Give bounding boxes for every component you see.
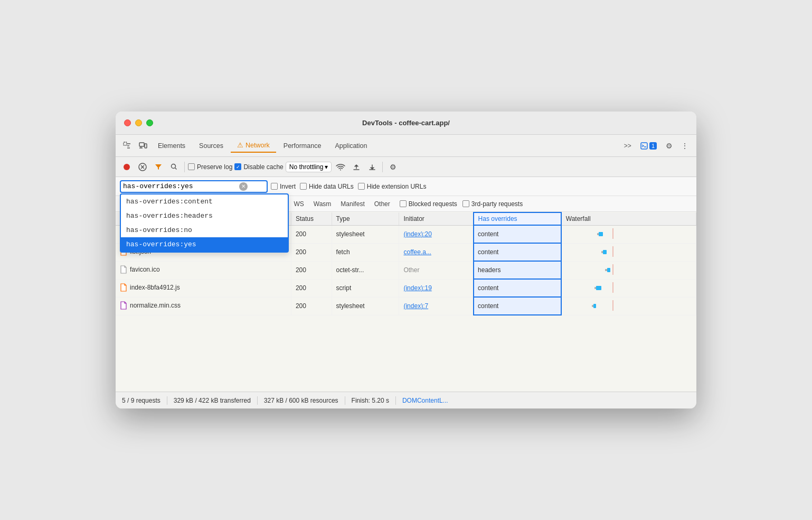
wifi-icon[interactable] bbox=[334, 160, 347, 174]
tab-application[interactable]: Application bbox=[328, 140, 373, 152]
inspect-icon[interactable] bbox=[120, 138, 135, 153]
chevron-down-icon: ▾ bbox=[325, 163, 328, 171]
dom-content-loaded[interactable]: DOMContentL... bbox=[402, 397, 448, 404]
network-settings-icon[interactable]: ⚙ bbox=[386, 160, 400, 174]
minimize-button[interactable] bbox=[135, 119, 142, 126]
cell-status: 200 bbox=[291, 297, 332, 315]
hide-ext-urls-label[interactable]: Hide extension URLs bbox=[358, 183, 427, 190]
cell-initiator: Other bbox=[399, 261, 474, 279]
device-icon[interactable] bbox=[136, 138, 150, 153]
search-icon[interactable] bbox=[167, 160, 181, 174]
cell-initiator: (index):7 bbox=[399, 297, 474, 315]
svg-rect-19 bbox=[596, 286, 601, 290]
tab-network[interactable]: ⚠ Network bbox=[231, 138, 276, 153]
cell-has-overrides: headers bbox=[474, 261, 561, 279]
hide-data-urls-checkbox[interactable] bbox=[300, 183, 307, 190]
filter-input-wrap: ✕ has-overrides:content has-overrides:he… bbox=[120, 180, 268, 193]
window-title: DevTools - coffee-cart.app/ bbox=[362, 119, 450, 127]
type-manifest[interactable]: Manifest bbox=[336, 199, 369, 209]
blocked-requests-section: Blocked requests bbox=[400, 200, 457, 208]
autocomplete-item-yes[interactable]: has-overrides:yes bbox=[121, 237, 288, 252]
download-icon[interactable] bbox=[365, 160, 379, 174]
disable-cache-label[interactable]: ✓ Disable cache bbox=[234, 163, 283, 171]
filter-bar: ✕ has-overrides:content has-overrides:he… bbox=[116, 177, 696, 196]
type-other[interactable]: Other bbox=[370, 199, 394, 209]
col-waterfall[interactable]: Waterfall bbox=[561, 212, 696, 225]
hide-ext-urls-checkbox[interactable] bbox=[358, 183, 365, 190]
autocomplete-item-no[interactable]: has-overrides:no bbox=[121, 223, 288, 237]
invert-checkbox[interactable] bbox=[271, 183, 278, 190]
filter-input-box[interactable]: ✕ bbox=[120, 180, 268, 193]
svg-rect-9 bbox=[597, 233, 599, 235]
cell-type: stylesheet bbox=[332, 225, 399, 243]
filter-icon[interactable] bbox=[152, 160, 165, 174]
svg-rect-15 bbox=[605, 269, 607, 271]
throttle-select[interactable]: No throttling ▾ bbox=[286, 162, 332, 172]
autocomplete-dropdown: has-overrides:content has-overrides:head… bbox=[120, 193, 289, 253]
table-row[interactable]: index-8bfa4912.js 200 script (index):19 … bbox=[116, 279, 696, 297]
cell-type: fetch bbox=[332, 243, 399, 261]
col-status[interactable]: Status bbox=[291, 212, 332, 225]
network-toolbar: Preserve log ✓ Disable cache No throttli… bbox=[116, 157, 696, 177]
cell-name: favicon.ico bbox=[116, 261, 291, 279]
clear-button[interactable] bbox=[136, 160, 149, 174]
cell-initiator: coffee.a... bbox=[399, 243, 474, 261]
upload-icon[interactable] bbox=[350, 160, 363, 174]
invert-label[interactable]: Invert bbox=[271, 183, 296, 190]
more-tabs-button[interactable]: >> bbox=[620, 140, 636, 152]
maximize-button[interactable] bbox=[146, 119, 153, 126]
resources-size: 327 kB / 600 kB resources bbox=[264, 397, 338, 404]
type-wasm[interactable]: Wasm bbox=[309, 199, 336, 209]
preserve-log-label[interactable]: Preserve log bbox=[188, 163, 232, 171]
col-type[interactable]: Type bbox=[332, 212, 399, 225]
more-options-icon[interactable]: ⋮ bbox=[677, 138, 692, 153]
preserve-log-checkbox[interactable] bbox=[188, 163, 195, 170]
filter-clear-button[interactable]: ✕ bbox=[239, 182, 248, 191]
third-party-label: 3rd-party requests bbox=[471, 200, 523, 208]
col-has-overrides[interactable]: Has overrides bbox=[474, 212, 561, 225]
titlebar: DevTools - coffee-cart.app/ bbox=[116, 112, 696, 135]
svg-rect-22 bbox=[593, 304, 596, 308]
third-party-checkbox[interactable] bbox=[462, 200, 469, 207]
svg-rect-0 bbox=[124, 142, 127, 145]
svg-rect-18 bbox=[594, 287, 596, 289]
blocked-requests-checkbox[interactable] bbox=[400, 200, 407, 207]
col-initiator[interactable]: Initiator bbox=[399, 212, 474, 225]
tab-sources[interactable]: Sources bbox=[193, 140, 230, 152]
svg-rect-1 bbox=[139, 143, 144, 146]
autocomplete-item-content[interactable]: has-overrides:content bbox=[121, 194, 288, 209]
cell-name: index-8bfa4912.js bbox=[116, 279, 291, 297]
cell-initiator: (index):20 bbox=[399, 225, 474, 243]
filter-input[interactable] bbox=[123, 182, 239, 190]
blocked-requests-label: Blocked requests bbox=[409, 200, 457, 208]
warning-icon: ⚠ bbox=[237, 141, 243, 149]
settings-icon[interactable]: ⚙ bbox=[662, 138, 676, 153]
filter-options: Invert Hide data URLs Hide extension URL… bbox=[271, 183, 426, 190]
cell-status: 200 bbox=[291, 261, 332, 279]
svg-point-4 bbox=[124, 164, 130, 170]
autocomplete-item-headers[interactable]: has-overrides:headers bbox=[121, 209, 288, 223]
close-button[interactable] bbox=[124, 119, 131, 126]
cell-has-overrides: content bbox=[474, 243, 561, 261]
third-party-section: 3rd-party requests bbox=[462, 200, 523, 208]
tab-elements[interactable]: Elements bbox=[152, 140, 192, 152]
table-row[interactable]: normalize.min.css 200 stylesheet (index)… bbox=[116, 297, 696, 315]
cell-waterfall bbox=[561, 279, 696, 297]
cell-status: 200 bbox=[291, 225, 332, 243]
cell-status: 200 bbox=[291, 279, 332, 297]
hide-data-urls-label[interactable]: Hide data URLs bbox=[300, 183, 354, 190]
cell-has-overrides: content bbox=[474, 225, 561, 243]
statusbar: 5 / 9 requests 329 kB / 422 kB transferr… bbox=[116, 392, 696, 408]
console-badge[interactable]: 1 bbox=[637, 141, 660, 151]
cell-status: 200 bbox=[291, 243, 332, 261]
tab-performance[interactable]: Performance bbox=[277, 140, 328, 152]
cell-initiator: (index):19 bbox=[399, 279, 474, 297]
disable-cache-checkbox[interactable]: ✓ bbox=[234, 163, 241, 170]
record-button[interactable] bbox=[120, 160, 134, 174]
cell-has-overrides: content bbox=[474, 297, 561, 315]
traffic-lights bbox=[124, 119, 153, 126]
cell-type: stylesheet bbox=[332, 297, 399, 315]
console-count: 1 bbox=[649, 142, 657, 150]
table-row[interactable]: favicon.ico 200 octet-str... Other heade… bbox=[116, 261, 696, 279]
type-ws[interactable]: WS bbox=[289, 199, 308, 209]
